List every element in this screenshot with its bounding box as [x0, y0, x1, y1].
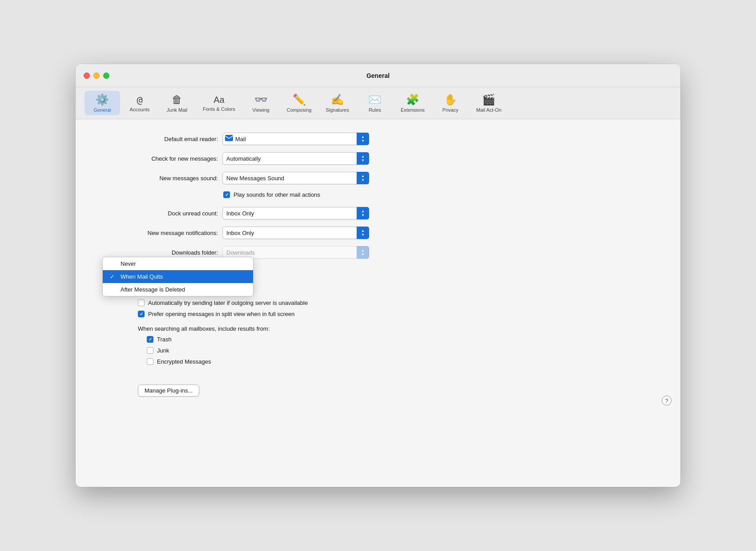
- downloads-folder-label: Downloads folder:: [102, 249, 218, 256]
- when-mail-quits-label: When Mail Quits: [121, 273, 163, 280]
- encrypted-messages-checkbox[interactable]: [147, 358, 153, 365]
- minimize-button[interactable]: [93, 73, 100, 79]
- compose-icon: ✏️: [293, 93, 306, 106]
- trash-checkbox[interactable]: [147, 336, 153, 343]
- tab-signatures[interactable]: ✍️ Signatures: [319, 91, 355, 115]
- gear-icon: ⚙️: [96, 93, 109, 106]
- dock-unread-count-label: Dock unread count:: [102, 210, 218, 217]
- after-deleted-label: After Message is Deleted: [121, 286, 185, 293]
- never-label: Never: [121, 260, 136, 267]
- puzzle-icon: 🧩: [406, 93, 419, 106]
- tab-composing[interactable]: ✏️ Composing: [281, 91, 318, 115]
- close-button[interactable]: [84, 73, 90, 79]
- hand-icon: ✋: [444, 93, 457, 106]
- tab-fonts-colors[interactable]: Aa Fonts & Colors: [197, 92, 241, 114]
- tab-general[interactable]: ⚙️ General: [84, 91, 120, 115]
- trash-label: Trash: [157, 336, 172, 343]
- new-message-notifications-row: New message notifications: Inbox Only ▲ …: [102, 227, 654, 239]
- downloads-folder-row: Downloads folder: Downloads ▲ ▼ Never ✓: [102, 246, 654, 259]
- tab-viewing[interactable]: 👓 Viewing: [243, 91, 279, 115]
- tab-accounts[interactable]: @ Accounts: [122, 92, 157, 115]
- encrypted-messages-row: Encrypted Messages: [102, 358, 654, 365]
- dock-unread-count-row: Dock unread count: Inbox Only ▲ ▼: [102, 207, 654, 219]
- search-section-title: When searching all mailboxes, include re…: [138, 325, 269, 332]
- manage-plugins-button[interactable]: Manage Plug-ins...: [138, 385, 199, 397]
- play-sounds-checkbox[interactable]: [223, 191, 230, 198]
- trash-row: Trash: [102, 336, 654, 343]
- when-mail-quits-checkmark: ✓: [110, 273, 117, 280]
- tab-privacy[interactable]: ✋ Privacy: [433, 91, 468, 115]
- check-new-messages-row: Check for new messages: Automatically ▲ …: [102, 152, 654, 165]
- new-message-notifications-select-wrapper: Inbox Only ▲ ▼: [222, 227, 369, 239]
- new-messages-sound-label: New messages sound:: [102, 175, 218, 182]
- new-messages-sound-select-wrapper: New Messages Sound ▲ ▼: [222, 172, 369, 184]
- titlebar: General: [76, 64, 680, 87]
- search-section: When searching all mailboxes, include re…: [102, 324, 654, 365]
- dropdown-item-after-message-deleted[interactable]: After Message is Deleted: [103, 283, 253, 296]
- remove-unedited-downloads-dropdown: Never ✓ When Mail Quits After Message is…: [102, 257, 253, 296]
- new-messages-sound-select[interactable]: New Messages Sound: [222, 172, 369, 184]
- tab-junk-mail[interactable]: 🗑 Junk Mail: [159, 91, 195, 115]
- maximize-button[interactable]: [103, 73, 109, 79]
- new-message-notifications-select[interactable]: Inbox Only: [222, 227, 369, 239]
- tab-extensions[interactable]: 🧩 Extensions: [394, 91, 431, 115]
- signature-icon: ✍️: [331, 93, 344, 106]
- tab-mail-act-on[interactable]: 🎬 Mail Act-On: [470, 91, 508, 115]
- clapper-icon: 🎬: [482, 93, 495, 106]
- dock-unread-count-select-wrapper: Inbox Only ▲ ▼: [222, 207, 369, 219]
- play-sounds-label: Play sounds for other mail actions: [233, 191, 320, 198]
- settings-content: Default email reader: Mail ▲ ▼ C: [76, 119, 680, 414]
- new-message-notifications-label: New message notifications:: [102, 230, 218, 236]
- check-new-messages-select-wrapper: Automatically ▲ ▼: [222, 152, 369, 165]
- prefer-split-row: Prefer opening messages in split view wh…: [102, 311, 654, 317]
- default-email-reader-select-wrapper: Mail ▲ ▼: [222, 133, 369, 145]
- help-button[interactable]: ?: [662, 396, 672, 405]
- auto-send-checkbox[interactable]: [138, 300, 145, 306]
- new-messages-sound-row: New messages sound: New Messages Sound ▲…: [102, 172, 654, 184]
- default-email-reader-label: Default email reader:: [102, 136, 218, 142]
- rules-icon: ✉️: [368, 93, 382, 106]
- prefer-split-label: Prefer opening messages in split view wh…: [148, 311, 295, 317]
- window-title: General: [366, 72, 390, 79]
- tab-rules[interactable]: ✉️ Rules: [357, 91, 393, 115]
- fonts-icon: Aa: [213, 95, 224, 105]
- dropdown-item-when-mail-quits[interactable]: ✓ When Mail Quits: [103, 270, 253, 283]
- default-email-reader-select[interactable]: Mail: [222, 133, 369, 145]
- prefer-split-checkbox[interactable]: [138, 311, 145, 317]
- main-window: General ⚙️ General @ Accounts 🗑 Junk Mai…: [76, 64, 680, 487]
- at-icon: @: [137, 94, 142, 105]
- junk-checkbox[interactable]: [147, 347, 153, 354]
- junk-row: Junk: [102, 347, 654, 354]
- manage-plugins-wrapper: Manage Plug-ins...: [102, 376, 654, 397]
- dock-unread-count-select[interactable]: Inbox Only: [222, 207, 369, 219]
- play-sounds-row: Play sounds for other mail actions: [102, 191, 654, 198]
- window-controls: [84, 73, 109, 79]
- trash-icon: 🗑: [172, 93, 182, 106]
- toolbar: ⚙️ General @ Accounts 🗑 Junk Mail Aa Fon…: [76, 87, 680, 119]
- check-new-messages-select[interactable]: Automatically: [222, 152, 369, 165]
- auto-send-row: Automatically try sending later if outgo…: [102, 300, 654, 306]
- junk-label: Junk: [157, 347, 169, 354]
- check-new-messages-label: Check for new messages:: [102, 155, 218, 162]
- auto-send-label: Automatically try sending later if outgo…: [148, 300, 308, 306]
- dropdown-item-never[interactable]: Never: [103, 257, 253, 270]
- encrypted-messages-label: Encrypted Messages: [157, 358, 211, 365]
- default-email-reader-row: Default email reader: Mail ▲ ▼: [102, 133, 654, 145]
- glasses-icon: 👓: [254, 93, 268, 106]
